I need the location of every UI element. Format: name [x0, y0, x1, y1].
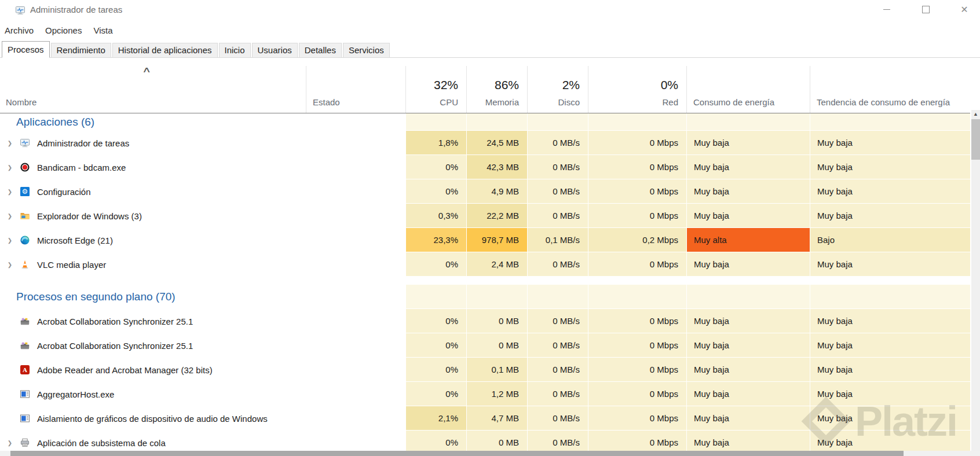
- column-header-tendencia-energia[interactable]: Tendencia de consumo de energía: [817, 97, 950, 107]
- scroll-up-arrow-icon[interactable]: ▲: [971, 110, 980, 119]
- process-name-cell[interactable]: ❯ A Adobe Reader and Acrobat Manager (32…: [0, 358, 405, 382]
- minimize-button[interactable]: [873, 0, 900, 19]
- process-row[interactable]: ❯ Aislamiento de gráficos de dispositivo…: [0, 406, 970, 431]
- column-header-memoria[interactable]: 86% Memoria: [466, 78, 519, 107]
- process-name-cell[interactable]: ❯ Acrobat Collaboration Synchronizer 25.…: [0, 309, 405, 333]
- sort-ascending-icon[interactable]: ∧: [142, 65, 151, 74]
- cpu-cell: 0%: [405, 358, 466, 382]
- power-cell: [686, 113, 810, 131]
- column-header-disco[interactable]: 2% Disco: [527, 78, 580, 107]
- column-header-consumo-energia[interactable]: Consumo de energía: [693, 97, 774, 107]
- memory-cell: [466, 285, 527, 309]
- tab-inicio[interactable]: Inicio: [219, 43, 251, 58]
- memory-cell: 2,4 MB: [466, 252, 527, 277]
- column-header-nombre[interactable]: Nombre: [6, 97, 36, 107]
- expand-chevron-icon[interactable]: ❯: [0, 164, 20, 171]
- column-separator[interactable]: [306, 66, 306, 113]
- menu-item-opciones[interactable]: Opciones: [39, 23, 87, 38]
- expand-chevron-icon[interactable]: ❯: [0, 262, 20, 268]
- cpu-cell: [405, 113, 466, 131]
- tab-servicios[interactable]: Servicios: [343, 43, 390, 58]
- power-cell: Muy baja: [686, 309, 810, 333]
- vertical-scrollbar[interactable]: ▲: [971, 110, 980, 451]
- power-cell: Muy baja: [686, 252, 810, 277]
- process-name-cell[interactable]: ❯ ⚙ Configuración: [0, 179, 405, 204]
- maximize-button[interactable]: [912, 0, 939, 19]
- maximize-icon: [922, 6, 930, 13]
- memory-cell: 0 MB: [466, 309, 527, 333]
- process-group-row[interactable]: Aplicaciones (6): [0, 113, 970, 131]
- disk-cell: 0 MB/s: [527, 252, 588, 277]
- power-trend-cell: Bajo: [810, 228, 970, 252]
- column-separator[interactable]: [466, 66, 467, 113]
- task-manager-icon: [20, 138, 30, 148]
- process-name: Aplicación de subsistema de cola: [37, 438, 166, 448]
- column-header: ∧ Nombre Estado 32% CPU 86% Memoria 2% D…: [0, 58, 980, 113]
- tab-detalles[interactable]: Detalles: [299, 43, 342, 58]
- column-header-estado[interactable]: Estado: [313, 97, 340, 107]
- process-name-cell[interactable]: ❯ Administrador de tareas: [0, 131, 405, 155]
- process-group-header[interactable]: Procesos en segundo plano (70): [0, 285, 405, 309]
- network-cell: 0 Mbps: [588, 179, 686, 204]
- process-row[interactable]: ❯ Acrobat Collaboration Synchronizer 25.…: [0, 333, 970, 358]
- process-name-cell[interactable]: ❯ AggregatorHost.exe: [0, 382, 405, 406]
- process-row[interactable]: ❯ Explorador de Windows (3) 0,3% 22,2 MB…: [0, 204, 970, 228]
- tab-rendimiento[interactable]: Rendimiento: [51, 43, 111, 58]
- process-name-cell[interactable]: ❯ Aislamiento de gráficos de dispositivo…: [0, 406, 405, 431]
- svg-text:A: A: [23, 366, 27, 373]
- process-row[interactable]: ❯ ⚙ Configuración 0% 4,9 MB 0 MB/s 0 Mbp…: [0, 179, 970, 204]
- process-group-row[interactable]: Procesos en segundo plano (70): [0, 285, 970, 309]
- process-name: Adobe Reader and Acrobat Manager (32 bit…: [37, 365, 213, 375]
- menu-item-archivo[interactable]: Archivo: [3, 23, 39, 38]
- process-name-cell[interactable]: ❯ VLC media player: [0, 252, 405, 277]
- power-cell: Muy baja: [686, 155, 810, 179]
- process-table-body: Aplicaciones (6) ❯ Administrador de tare…: [0, 113, 970, 455]
- toolbox-icon: [20, 340, 30, 351]
- tab-procesos[interactable]: Procesos: [2, 41, 50, 58]
- vertical-scrollbar-thumb[interactable]: [971, 119, 980, 160]
- process-name-cell[interactable]: ❯ Explorador de Windows (3): [0, 204, 405, 228]
- power-trend-cell: Muy baja: [810, 358, 970, 382]
- column-separator[interactable]: [588, 66, 588, 113]
- network-cell: 0 Mbps: [588, 406, 686, 431]
- cpu-cell: 1,8%: [405, 131, 466, 155]
- process-row[interactable]: ❯ VLC media player 0% 2,4 MB 0 MB/s 0 Mb…: [0, 252, 970, 277]
- process-row[interactable]: ❯ Administrador de tareas 1,8% 24,5 MB 0…: [0, 131, 970, 155]
- disk-cell: 0 MB/s: [527, 204, 588, 228]
- process-name-cell[interactable]: ❯ Bandicam - bdcam.exe: [0, 155, 405, 179]
- network-cell: 0 Mbps: [588, 204, 686, 228]
- column-separator[interactable]: [527, 66, 528, 113]
- process-row[interactable]: ❯ Microsoft Edge (21) 23,3% 978,7 MB 0,1…: [0, 228, 970, 252]
- disk-cell: 0,1 MB/s: [527, 228, 588, 252]
- expand-chevron-icon[interactable]: ❯: [0, 140, 20, 146]
- power-cell: Muy baja: [686, 179, 810, 204]
- column-separator[interactable]: [405, 66, 406, 113]
- process-group-header[interactable]: Aplicaciones (6): [0, 113, 405, 131]
- cpu-cell: 0,3%: [405, 204, 466, 228]
- process-row[interactable]: ❯ A Adobe Reader and Acrobat Manager (32…: [0, 358, 970, 382]
- power-trend-cell: [810, 113, 970, 131]
- horizontal-scrollbar[interactable]: [0, 451, 980, 456]
- process-name-cell[interactable]: ❯ Microsoft Edge (21): [0, 228, 405, 252]
- column-separator[interactable]: [686, 66, 687, 113]
- expand-chevron-icon[interactable]: ❯: [0, 237, 20, 244]
- process-name: Aislamiento de gráficos de dispositivo d…: [37, 414, 268, 424]
- tab-historial-de-aplicaciones[interactable]: Historial de aplicaciones: [112, 43, 218, 58]
- horizontal-scrollbar-thumb[interactable]: [10, 451, 904, 456]
- expand-chevron-icon[interactable]: ❯: [0, 189, 20, 195]
- power-cell: Muy baja: [686, 131, 810, 155]
- close-button[interactable]: ✕: [951, 0, 978, 19]
- expand-chevron-icon[interactable]: ❯: [0, 213, 20, 219]
- process-row[interactable]: ❯ Bandicam - bdcam.exe 0% 42,3 MB 0 MB/s…: [0, 155, 970, 179]
- column-header-cpu[interactable]: 32% CPU: [405, 78, 458, 107]
- tab-usuarios[interactable]: Usuarios: [252, 43, 298, 58]
- process-row[interactable]: ❯ Acrobat Collaboration Synchronizer 25.…: [0, 309, 970, 333]
- process-row[interactable]: ❯ AggregatorHost.exe 0% 1,2 MB 0 MB/s 0 …: [0, 382, 970, 406]
- column-separator[interactable]: [810, 66, 810, 113]
- cpu-cell: 0%: [405, 333, 466, 358]
- process-name-cell[interactable]: ❯ Acrobat Collaboration Synchronizer 25.…: [0, 333, 405, 358]
- menu-item-vista[interactable]: Vista: [87, 23, 118, 38]
- column-header-red[interactable]: 0% Red: [588, 78, 678, 107]
- expand-chevron-icon[interactable]: ❯: [0, 440, 20, 446]
- network-cell: [588, 285, 686, 309]
